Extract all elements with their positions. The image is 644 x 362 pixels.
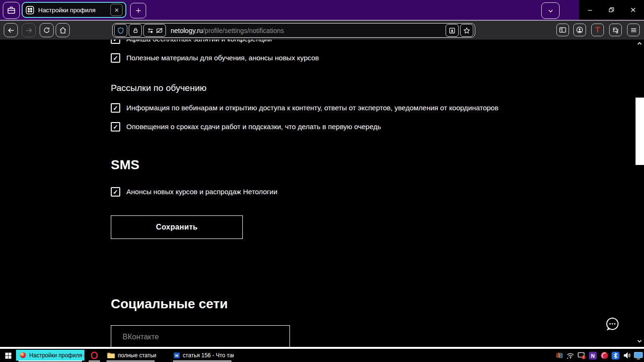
check-icon: ✓ xyxy=(113,189,118,195)
checkbox-row-deadlines: ✓ Оповещения о сроках сдачи работ и подс… xyxy=(111,122,381,132)
checkbox-label[interactable]: Афиша бесплатных занятий и конференций xyxy=(126,40,272,44)
url-text[interactable]: netology.ru/profile/settings/notificatio… xyxy=(171,27,446,34)
checkbox-label[interactable]: Оповещения о сроках сдачи работ и подска… xyxy=(126,122,381,132)
word-icon: W xyxy=(173,352,180,359)
tray-n-app-button[interactable]: N xyxy=(588,351,598,361)
firefox-view-icon xyxy=(7,6,16,15)
minimize-icon xyxy=(587,7,593,13)
scrollbar-thumb[interactable] xyxy=(636,98,644,165)
account-button[interactable] xyxy=(573,24,586,36)
training-section-heading: Рассылки по обучению xyxy=(111,83,206,93)
url-bar[interactable]: netology.ru/profile/settings/notificatio… xyxy=(112,23,475,38)
windows-logo-icon xyxy=(5,352,12,359)
tab-title: Настройки профиля xyxy=(38,7,110,14)
svg-text:W: W xyxy=(175,353,178,357)
checkbox-row-events: ✓ Афиша бесплатных занятий и конференций xyxy=(111,40,272,44)
reload-button[interactable] xyxy=(40,23,54,37)
new-tab-button[interactable] xyxy=(130,3,146,18)
running-indicator xyxy=(18,361,82,362)
checkbox-deadlines[interactable]: ✓ xyxy=(111,122,120,132)
checkbox-materials[interactable]: ✓ xyxy=(111,53,120,63)
taskbar-item-label: Настройки профиля –... xyxy=(29,352,84,359)
page-content: ✓ Афиша бесплатных занятий и конференций… xyxy=(0,40,644,347)
puzzle-icon xyxy=(612,26,619,34)
tray-wifi-button[interactable] xyxy=(565,351,575,361)
firefox-icon xyxy=(19,351,26,359)
check-icon: ✓ xyxy=(113,124,118,130)
extensions-button[interactable] xyxy=(609,24,622,36)
tray-display-alert-button[interactable]: ! xyxy=(577,351,586,361)
home-icon xyxy=(59,26,67,34)
screen-alert-icon: ! xyxy=(577,351,586,360)
bookmark-chip[interactable] xyxy=(460,24,473,37)
tray-volume-button[interactable] xyxy=(622,351,632,361)
chat-widget-button[interactable] xyxy=(604,316,620,332)
taskbar-item-opera[interactable] xyxy=(86,350,102,361)
taskbar-item-folder[interactable]: полные статьи xyxy=(104,350,157,361)
firefox-view-button[interactable] xyxy=(3,2,20,19)
bluetooth-icon xyxy=(611,351,620,360)
vk-input[interactable] xyxy=(111,325,290,347)
taskbar-item-label: полные статьи xyxy=(118,352,156,359)
taskbar-item-word[interactable]: W статья 156 - Что тако... xyxy=(171,350,234,361)
speaker-icon xyxy=(623,351,631,360)
checkbox-events[interactable]: ✓ xyxy=(111,40,120,44)
chevron-down-icon xyxy=(547,7,554,15)
save-button[interactable]: Сохранить xyxy=(111,215,243,239)
menu-button[interactable] xyxy=(627,24,640,36)
back-button[interactable] xyxy=(4,23,18,37)
sidebar-button[interactable] xyxy=(556,24,569,36)
monitor-icon xyxy=(634,351,643,360)
close-window-button[interactable] xyxy=(626,4,640,16)
permission-sliders-icon xyxy=(147,27,154,34)
connection-security-chip[interactable] xyxy=(129,24,142,37)
svg-text:N: N xyxy=(591,353,594,358)
reload-icon xyxy=(43,26,50,34)
purple-n-icon: N xyxy=(588,351,597,360)
tray-bluetooth-button[interactable] xyxy=(611,351,620,361)
minimize-button[interactable] xyxy=(583,4,597,16)
shield-icon xyxy=(117,27,124,34)
bookmark-star-icon xyxy=(463,27,471,34)
checkbox-sms-promos[interactable]: ✓ xyxy=(111,187,120,197)
download-box-icon xyxy=(448,27,456,34)
extension-t-button[interactable]: T xyxy=(591,24,604,36)
opera-icon xyxy=(90,351,99,360)
tracking-protection-chip[interactable] xyxy=(114,24,127,37)
start-button[interactable] xyxy=(0,349,16,362)
home-button[interactable] xyxy=(56,23,70,37)
permissions-chip[interactable] xyxy=(143,24,166,37)
checkbox-row-webinars: ✓ Информация по вебинарам и открытию дос… xyxy=(111,103,498,113)
system-tray: ! N xyxy=(554,349,643,362)
running-indicator xyxy=(107,361,155,362)
sidebar-icon xyxy=(559,26,567,34)
hamburger-icon xyxy=(630,26,637,34)
checkbox-label[interactable]: Информация по вебинарам и открытию досту… xyxy=(126,103,498,113)
checkbox-label[interactable]: Анонсы новых курсов и распродаж Нетологи… xyxy=(126,187,277,197)
svg-text:!: ! xyxy=(583,355,584,359)
forward-arrow-icon xyxy=(25,26,33,34)
color-bars-icon xyxy=(555,351,563,360)
checkbox-webinars[interactable]: ✓ xyxy=(111,103,120,113)
social-section-heading: Социальные сети xyxy=(111,296,228,312)
check-icon: ✓ xyxy=(113,40,118,42)
tab-close-button[interactable] xyxy=(110,4,123,16)
restore-button[interactable] xyxy=(604,4,619,16)
tray-red-app-button[interactable] xyxy=(599,351,609,361)
scroll-down-button[interactable] xyxy=(636,338,643,344)
scroll-up-button[interactable] xyxy=(636,41,643,47)
tray-display-button[interactable] xyxy=(633,351,643,361)
taskbar-item-firefox[interactable]: Настройки профиля –... xyxy=(16,350,84,361)
sms-section-heading: SMS xyxy=(111,157,140,173)
wifi-icon xyxy=(566,351,575,360)
page-action-download-chip[interactable] xyxy=(446,24,459,37)
tray-media-app-button[interactable] xyxy=(554,351,564,361)
list-all-tabs-button[interactable] xyxy=(541,2,560,19)
vertical-scrollbar[interactable] xyxy=(635,40,644,347)
checkbox-label[interactable]: Полезные материалы для обучения, анонсы … xyxy=(126,53,319,63)
running-indicator xyxy=(173,361,231,362)
forward-button[interactable] xyxy=(22,23,36,37)
chevron-up-icon xyxy=(636,41,643,47)
browser-tab[interactable]: Настройки профиля xyxy=(22,2,126,18)
red-swirl-icon xyxy=(600,351,609,360)
